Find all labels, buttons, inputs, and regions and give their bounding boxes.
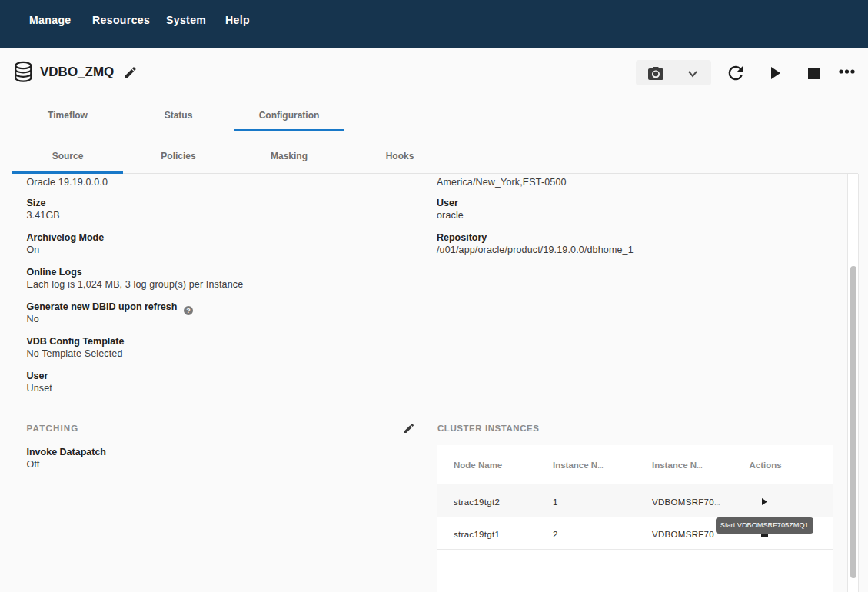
- svg-text:?: ?: [186, 307, 191, 314]
